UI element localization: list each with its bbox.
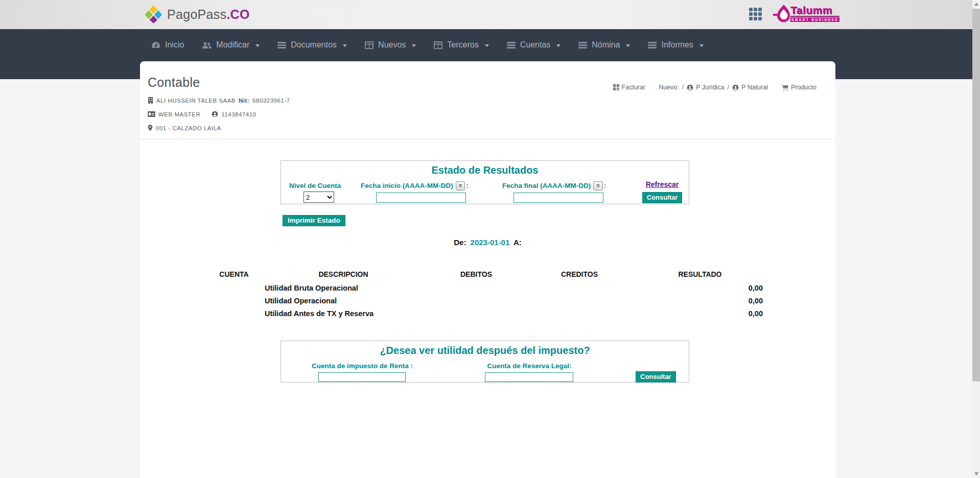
fecha-inicio-input[interactable] xyxy=(376,193,466,203)
col-debitos: DEBITOS xyxy=(428,268,525,281)
nuevo-group: Nuevo: / P Jurídica / xyxy=(659,84,768,91)
table-icon xyxy=(434,41,442,49)
nit-value: 680323961-7 xyxy=(252,98,290,104)
fecha-inicio-picker-button[interactable]: = xyxy=(456,181,465,190)
users-icon xyxy=(202,41,212,50)
list-icon xyxy=(507,41,516,49)
user-circle-icon xyxy=(732,84,739,91)
producto-link[interactable]: Producto xyxy=(781,84,816,91)
chevron-down-icon xyxy=(556,44,561,47)
list-icon xyxy=(578,41,587,49)
refrescar-link[interactable]: Refrescar xyxy=(646,180,679,188)
scroll-down-icon[interactable] xyxy=(974,472,978,475)
fecha-final-label: Fecha final (AAAA-MM-DD) xyxy=(502,182,591,189)
table-header-row: CUENTA DESCRIPCION DEBITOS CREDITOS RESU… xyxy=(209,268,766,281)
user-id: 1143847410 xyxy=(221,111,256,117)
panel-title: ¿Desea ver utilidad después del impuesto… xyxy=(281,341,689,356)
fecha-inicio-label: Fecha inicio (AAAA-MM-DD) xyxy=(361,182,453,189)
pagopass-diamonds-icon xyxy=(145,5,162,24)
scrollbar-thumb[interactable] xyxy=(972,9,980,381)
fecha-final-input[interactable] xyxy=(514,193,603,203)
fecha-final-picker-button[interactable]: = xyxy=(593,181,602,190)
chevron-down-icon xyxy=(699,44,704,47)
branch-info-line: 001 - CALZADO LAILA xyxy=(148,125,835,131)
a-label: A: xyxy=(514,238,522,247)
col-cuenta: CUENTA xyxy=(209,268,259,281)
list-icon xyxy=(277,41,286,49)
user-info-line: WEB MASTER 1143847410 xyxy=(148,111,835,117)
header-actions: Facturar Nuevo: / P Jurídica / xyxy=(613,84,816,91)
apps-grid-icon[interactable] xyxy=(749,8,762,21)
nav-item-modificar[interactable]: Modificar xyxy=(202,36,260,54)
table-row: Utilidad Operacional 0,00 xyxy=(209,294,766,307)
table-row: Utilidad Antes de TX y Reserva 0,00 xyxy=(209,307,766,320)
results-table: CUENTA DESCRIPCION DEBITOS CREDITOS RESU… xyxy=(209,268,766,320)
list-icon xyxy=(648,41,657,49)
map-marker-icon xyxy=(148,125,153,131)
nav-item-documentos[interactable]: Documentos xyxy=(277,36,347,54)
user-role: WEB MASTER xyxy=(158,111,200,117)
chevron-down-icon xyxy=(412,44,416,47)
table-icon xyxy=(365,41,374,49)
company-info-line: ALI HUSSEIN TALEB SAAB Nit: 680323961-7 xyxy=(148,97,835,104)
nav-item-informes[interactable]: Informes xyxy=(648,36,703,54)
utilidad-impuesto-panel: ¿Desea ver utilidad después del impuesto… xyxy=(281,341,689,383)
scroll-up-icon[interactable] xyxy=(974,3,978,6)
cuenta-reserva-label: Cuenta de Reserva Legal: xyxy=(473,362,586,370)
chevron-down-icon xyxy=(626,44,630,47)
nivel-cuenta-label: Nivel de Cuenta xyxy=(289,182,341,189)
nav-item-terceros[interactable]: Terceros xyxy=(434,36,488,54)
cuenta-renta-input[interactable] xyxy=(318,372,406,382)
nav-item-cuentas[interactable]: Cuentas xyxy=(507,36,561,54)
nav-item-nuevos[interactable]: Nuevos xyxy=(365,36,416,54)
invoice-grid-icon xyxy=(613,84,619,90)
cuenta-renta-label: Cuenta de impuesto de Renta : xyxy=(301,362,424,370)
user-circle-icon xyxy=(687,84,693,91)
top-header-bar: PagoPass.CO Talumm SMART BUSINESS xyxy=(0,0,980,29)
colon: : xyxy=(466,182,469,189)
id-card-icon xyxy=(148,111,155,117)
talumm-name: Talumm xyxy=(790,5,839,17)
chevron-down-icon xyxy=(343,44,347,47)
pagopass-logo[interactable]: PagoPass.CO xyxy=(145,5,250,24)
consultar-impuesto-button[interactable]: Consultar xyxy=(636,371,676,383)
estado-resultados-panel: Estado de Resultados Nivel de Cuenta 2 F… xyxy=(281,160,689,204)
table-row: Utilidad Bruta Operacional 0,00 xyxy=(209,281,766,294)
facturar-link[interactable]: Facturar xyxy=(613,84,646,91)
p-juridica-link[interactable]: P Jurídica xyxy=(687,84,724,91)
building-icon xyxy=(148,97,153,104)
p-natural-link[interactable]: P Natural xyxy=(732,84,768,91)
nuevo-label: Nuevo: xyxy=(659,84,679,91)
nav-item-inicio[interactable]: Inicio xyxy=(151,36,184,54)
cart-icon xyxy=(781,84,788,91)
panel-title: Estado de Resultados xyxy=(281,161,689,176)
company-name: ALI HUSSEIN TALEB SAAB xyxy=(156,98,236,104)
imprimir-estado-button[interactable]: Imprimir Estado xyxy=(283,215,345,226)
chevron-down-icon xyxy=(255,44,260,47)
colon: : xyxy=(604,182,606,189)
col-creditos: CREDITOS xyxy=(525,268,634,281)
cuenta-reserva-input[interactable] xyxy=(485,372,573,382)
date-range-line: De: 2023-01-01 A: xyxy=(140,238,835,247)
main-content-card: Contable ALI HUSSEIN TALEB SAAB Nit: 680… xyxy=(140,61,835,478)
start-date-value: 2023-01-01 xyxy=(471,238,510,247)
branch-name: 001 - CALZADO LAILA xyxy=(156,125,221,131)
col-resultado: RESULTADO xyxy=(634,268,766,281)
separator: / xyxy=(682,84,684,91)
consultar-button[interactable]: Consultar xyxy=(642,192,683,203)
chevron-down-icon xyxy=(485,44,489,47)
talumm-tagline: SMART BUSINESS xyxy=(790,17,839,22)
nav-item-nomina[interactable]: Nómina xyxy=(578,36,630,54)
user-circle-icon xyxy=(212,111,218,117)
de-label: De: xyxy=(454,238,466,247)
vertical-scrollbar[interactable] xyxy=(972,0,980,478)
talumm-logo[interactable]: Talumm SMART BUSINESS xyxy=(773,3,839,23)
page-header: Contable ALI HUSSEIN TALEB SAAB Nit: 680… xyxy=(140,61,835,139)
brand-name: PagoPass.CO xyxy=(167,7,250,22)
separator: / xyxy=(728,84,729,91)
nivel-cuenta-select[interactable]: 2 xyxy=(304,192,334,203)
nit-label: Nit: xyxy=(239,98,249,104)
col-descripcion: DESCRIPCION xyxy=(259,268,428,281)
tachometer-icon xyxy=(151,40,160,50)
